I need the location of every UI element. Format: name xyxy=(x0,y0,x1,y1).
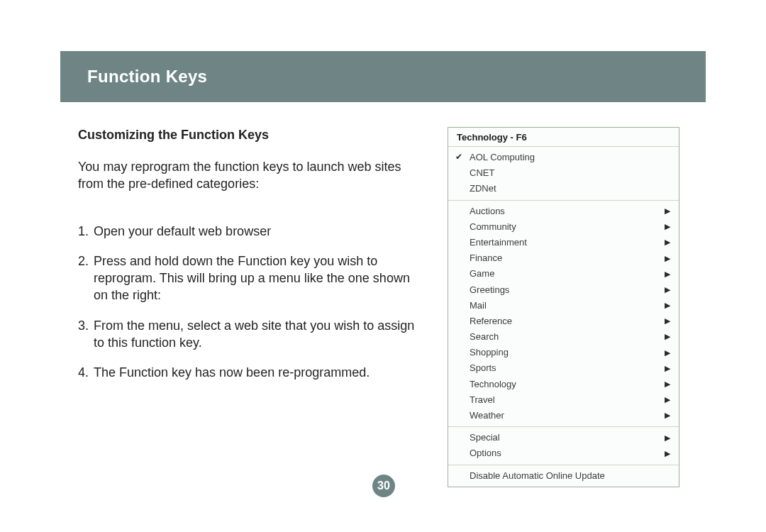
chevron-right-icon: ▶ xyxy=(665,363,670,374)
intro-paragraph: You may reprogram the function keys to l… xyxy=(78,158,426,193)
menu-item[interactable]: Disable Automatic Online Update xyxy=(448,468,679,484)
menu-item-label: CNET xyxy=(470,167,494,179)
menu-item-submenu[interactable]: Sports ▶ xyxy=(448,360,679,376)
menu-item-label: Sports xyxy=(470,362,496,375)
menu-item[interactable]: ZDNet xyxy=(448,181,679,196)
step-item: 4. The Function key has now been re-prog… xyxy=(78,364,426,381)
menu-item-label: Travel xyxy=(470,394,495,406)
menu-item-submenu[interactable]: Greetings ▶ xyxy=(448,282,679,298)
document-page: Function Keys Customizing the Function K… xyxy=(0,0,766,532)
menu-item-label: Mail xyxy=(470,299,487,312)
chevron-right-icon: ▶ xyxy=(665,269,670,279)
step-number: 2. xyxy=(78,253,94,304)
menu-item-label: Greetings xyxy=(470,284,509,297)
step-number: 4. xyxy=(78,364,94,381)
page-number-badge: 30 xyxy=(372,475,395,497)
chevron-right-icon: ▶ xyxy=(665,237,670,248)
step-number: 3. xyxy=(78,317,94,352)
menu-item-submenu[interactable]: Mail ▶ xyxy=(448,298,679,314)
menu-item-submenu[interactable]: Special ▶ xyxy=(448,430,679,445)
context-menu: Technology - F6 ✔ AOL Computing CNET ZDN… xyxy=(448,127,679,487)
menu-item-label: Special xyxy=(470,431,500,444)
menu-item-submenu[interactable]: Community ▶ xyxy=(448,219,679,235)
chevron-right-icon: ▶ xyxy=(665,379,670,389)
page-number: 30 xyxy=(377,480,390,492)
menu-item-label: Reference xyxy=(470,315,512,328)
body-text-column: Customizing the Function Keys You may re… xyxy=(78,128,426,394)
menu-item-submenu[interactable]: Game ▶ xyxy=(448,266,679,282)
menu-item-submenu[interactable]: Shopping ▶ xyxy=(448,345,679,360)
step-item: 2. Press and hold down the Function key … xyxy=(78,253,426,304)
menu-item-label: Game xyxy=(470,267,494,280)
menu-section-categories: Auctions ▶ Community ▶ Entertainment ▶ F… xyxy=(448,201,679,428)
chevron-right-icon: ▶ xyxy=(665,448,670,459)
step-text: Press and hold down the Function key you… xyxy=(94,253,426,304)
menu-item-submenu[interactable]: Travel ▶ xyxy=(448,392,679,408)
menu-section-extra: Special ▶ Options ▶ xyxy=(448,427,679,465)
menu-item-submenu[interactable]: Technology ▶ xyxy=(448,377,679,392)
menu-item-label: AOL Computing xyxy=(470,151,535,164)
chevron-right-icon: ▶ xyxy=(665,410,670,421)
step-text: The Function key has now been re-program… xyxy=(94,364,426,381)
chevron-right-icon: ▶ xyxy=(665,221,670,232)
chevron-right-icon: ▶ xyxy=(665,348,670,358)
chevron-right-icon: ▶ xyxy=(665,206,670,216)
menu-section-direct: ✔ AOL Computing CNET ZDNet xyxy=(448,147,679,201)
step-item: 3. From the menu, select a web site that… xyxy=(78,317,426,352)
menu-item-submenu[interactable]: Reference ▶ xyxy=(448,314,679,329)
menu-item-submenu[interactable]: Search ▶ xyxy=(448,329,679,345)
menu-item-label: Options xyxy=(470,447,501,460)
context-menu-title: Technology - F6 xyxy=(448,128,679,147)
menu-item-label: Technology xyxy=(470,378,516,391)
menu-item-label: Community xyxy=(470,221,516,233)
menu-item-submenu[interactable]: Weather ▶ xyxy=(448,408,679,423)
step-number: 1. xyxy=(78,223,94,240)
menu-item-submenu[interactable]: Options ▶ xyxy=(448,445,679,461)
chevron-right-icon: ▶ xyxy=(665,253,670,264)
subheading: Customizing the Function Keys xyxy=(78,128,426,143)
menu-item-submenu[interactable]: Entertainment ▶ xyxy=(448,235,679,250)
steps-list: 1. Open your default web browser 2. Pres… xyxy=(78,223,426,382)
menu-item-label: Auctions xyxy=(470,205,505,218)
menu-item-submenu[interactable]: Finance ▶ xyxy=(448,250,679,266)
menu-item-label: Shopping xyxy=(470,346,509,359)
menu-item-label: Finance xyxy=(470,252,502,265)
menu-item[interactable]: ✔ AOL Computing xyxy=(448,150,679,165)
menu-section-footer: Disable Automatic Online Update xyxy=(448,465,679,487)
step-text: From the menu, select a web site that yo… xyxy=(94,317,426,352)
chevron-right-icon: ▶ xyxy=(665,300,670,311)
chevron-right-icon: ▶ xyxy=(665,331,670,342)
menu-item-label: Disable Automatic Online Update xyxy=(470,470,605,482)
menu-item[interactable]: CNET xyxy=(448,165,679,181)
check-icon: ✔ xyxy=(455,151,462,163)
step-item: 1. Open your default web browser xyxy=(78,223,426,240)
menu-item-label: ZDNet xyxy=(470,182,496,195)
chevron-right-icon: ▶ xyxy=(665,394,670,405)
chevron-right-icon: ▶ xyxy=(665,316,670,326)
menu-item-label: Search xyxy=(470,331,499,343)
page-title: Function Keys xyxy=(87,67,207,87)
chevron-right-icon: ▶ xyxy=(665,433,670,443)
chevron-right-icon: ▶ xyxy=(665,284,670,295)
step-text: Open your default web browser xyxy=(94,223,426,240)
menu-item-submenu[interactable]: Auctions ▶ xyxy=(448,204,679,219)
title-bar: Function Keys xyxy=(60,51,706,102)
menu-item-label: Weather xyxy=(470,409,504,422)
menu-item-label: Entertainment xyxy=(470,236,527,249)
